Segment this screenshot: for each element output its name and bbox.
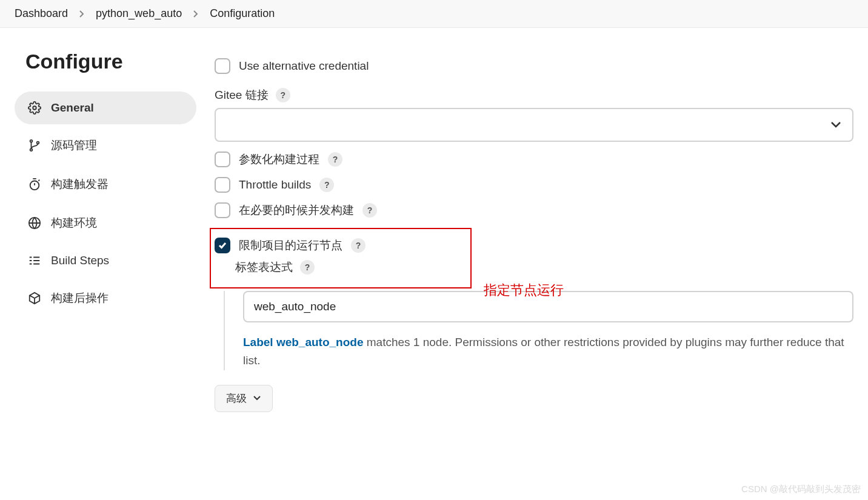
tab-env[interactable]: 构建环境 [15, 205, 196, 241]
stopwatch-icon [28, 178, 41, 191]
concurrent-checkbox[interactable] [215, 202, 230, 218]
help-icon[interactable]: ? [300, 260, 315, 275]
gitee-link-label: Gitee 链接 [215, 87, 269, 103]
page-title: Configure [25, 50, 196, 73]
restrict-node-label: 限制项目的运行节点 [239, 238, 342, 253]
tab-label: 构建触发器 [51, 176, 109, 192]
svg-point-3 [37, 142, 39, 144]
help-icon[interactable]: ? [319, 178, 334, 192]
gear-icon [28, 101, 41, 115]
highlight-box: 限制项目的运行节点 ? 标签表达式 ? 指定节点运行 [210, 228, 472, 288]
label-expression-label: 标签表达式 [235, 259, 293, 275]
breadcrumb: Dashboard python_web_auto Configuration [0, 0, 868, 28]
tab-general[interactable]: General [15, 92, 196, 124]
advanced-button[interactable]: 高级 [215, 385, 273, 412]
tab-steps[interactable]: Build Steps [15, 244, 196, 277]
chevron-right-icon [79, 10, 85, 18]
throttle-checkbox[interactable] [215, 177, 230, 193]
annotation-text: 指定节点运行 [484, 281, 564, 299]
breadcrumb-item-current: Configuration [210, 7, 275, 20]
throttle-label: Throttle builds [239, 178, 311, 192]
steps-icon [28, 254, 41, 267]
alt-credential-checkbox[interactable] [215, 58, 230, 74]
help-icon[interactable]: ? [328, 152, 342, 167]
tab-triggers[interactable]: 构建触发器 [15, 167, 196, 202]
tab-label: General [51, 101, 94, 115]
svg-point-1 [30, 140, 33, 142]
alt-credential-label: Use alternative credential [239, 59, 369, 73]
tab-post[interactable]: 构建后操作 [15, 281, 196, 316]
concurrent-label: 在必要的时候并发构建 [239, 202, 354, 218]
chevron-right-icon [193, 10, 199, 18]
svg-point-0 [33, 106, 36, 110]
globe-icon [28, 216, 41, 230]
label-match-link[interactable]: Label web_auto_node [243, 336, 363, 348]
chevron-down-icon [830, 121, 841, 128]
param-build-checkbox[interactable] [215, 152, 230, 167]
package-icon [28, 292, 41, 305]
chevron-down-icon [253, 395, 261, 401]
help-icon[interactable]: ? [351, 238, 366, 253]
restrict-node-checkbox[interactable] [215, 238, 230, 253]
tab-label: 构建后操作 [51, 290, 109, 306]
help-icon[interactable]: ? [362, 203, 377, 218]
svg-point-2 [30, 149, 33, 152]
breadcrumb-item-project[interactable]: python_web_auto [96, 7, 182, 20]
gitee-link-select[interactable] [215, 108, 853, 142]
help-icon[interactable]: ? [276, 88, 290, 102]
param-build-label: 参数化构建过程 [239, 152, 319, 167]
branch-icon [28, 139, 41, 152]
tab-label: 源码管理 [51, 138, 97, 153]
tab-label: 构建环境 [51, 215, 97, 231]
sidebar: Configure General 源码管理 构建触发器 [15, 46, 196, 412]
tab-label: Build Steps [51, 254, 109, 267]
main-content: Use alternative credential Gitee 链接 ? 参数… [215, 46, 853, 412]
breadcrumb-item-dashboard[interactable]: Dashboard [15, 7, 68, 20]
label-match-hint: Label web_auto_node matches 1 node. Perm… [243, 333, 853, 370]
tab-scm[interactable]: 源码管理 [15, 128, 196, 163]
